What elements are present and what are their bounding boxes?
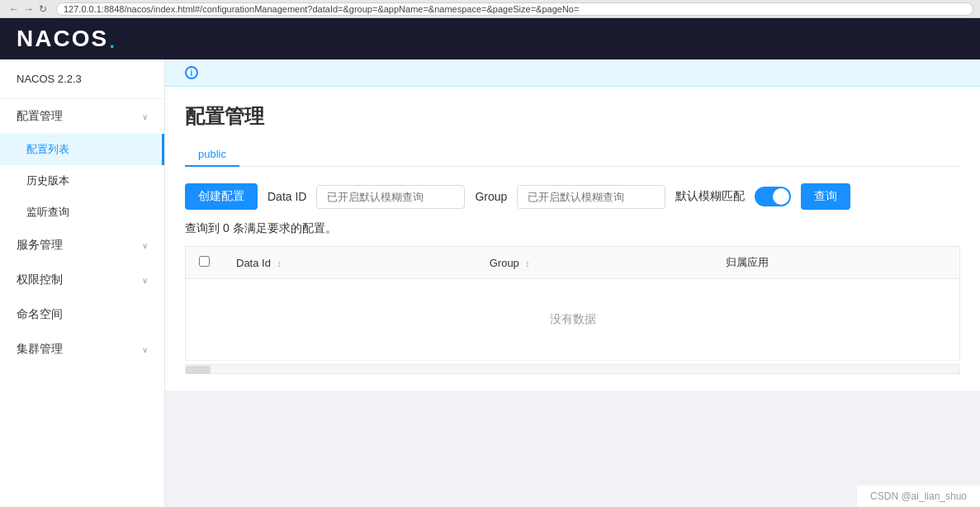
group-input[interactable]: [517, 185, 665, 209]
empty-text: 没有数据: [186, 279, 960, 361]
toolbar: 创建配置 Data ID Group 默认模糊匹配 查询: [185, 183, 960, 210]
top-navbar: NACOS .: [0, 18, 980, 59]
sidebar-item-label: 权限控制: [17, 272, 63, 287]
sidebar-item-label: 命名空间: [17, 307, 63, 322]
toggle-thumb: [773, 188, 789, 205]
sidebar-item-config-list[interactable]: 配置列表: [0, 134, 164, 165]
url-bar[interactable]: 127.0.0.1:8848/nacos/index.html#/configu…: [56, 2, 973, 16]
chevron-down-icon: ∨: [142, 345, 148, 354]
reload-button[interactable]: ↻: [36, 3, 50, 15]
sidebar-item-namespace[interactable]: 命名空间: [0, 297, 164, 332]
sidebar-item-listen-query[interactable]: 监听查询: [0, 197, 164, 228]
sidebar-item-label: 配置管理: [17, 109, 63, 124]
browser-bar: ← → ↻ 127.0.0.1:8848/nacos/index.html#/c…: [0, 0, 980, 18]
data-table: Data Id ↕ Group ↕ 归属应用 没有数据: [185, 246, 960, 361]
table-header-data-id: Data Id ↕: [223, 247, 476, 279]
logo-text: NACOS: [17, 26, 108, 52]
sort-icon: ↕: [525, 259, 529, 268]
select-all-checkbox[interactable]: [199, 256, 210, 267]
sidebar: NACOS 2.2.3 配置管理 ∨ 配置列表 历史版本 监听查询 服务管理 ∨…: [0, 59, 165, 507]
sidebar-version: NACOS 2.2.3: [0, 59, 164, 99]
logo: NACOS .: [17, 24, 116, 54]
sidebar-item-history[interactable]: 历史版本: [0, 165, 164, 197]
main-content: i 配置管理 public 创建配置 Data ID Group 默认模糊匹配: [165, 59, 980, 507]
sidebar-item-service-management[interactable]: 服务管理 ∨: [0, 228, 164, 263]
footer: CSDN @ai_lian_shuo: [857, 486, 980, 507]
info-banner: i: [165, 59, 980, 87]
data-id-label: Data ID: [267, 190, 306, 203]
sidebar-item-config-management[interactable]: 配置管理 ∨: [0, 99, 164, 134]
tab-public[interactable]: public: [185, 143, 239, 167]
sidebar-item-label: 服务管理: [17, 238, 63, 253]
create-config-button[interactable]: 创建配置: [185, 183, 258, 210]
sidebar-item-label: 集群管理: [17, 342, 63, 357]
logo-dot: .: [108, 24, 116, 54]
table-header-checkbox: [186, 247, 224, 279]
sidebar-item-access-control[interactable]: 权限控制 ∨: [0, 263, 164, 297]
group-label: Group: [475, 190, 507, 203]
table-header-group: Group ↕: [476, 247, 713, 279]
namespace-tabs: public: [185, 143, 960, 167]
toggle-track: [755, 187, 791, 206]
chevron-down-icon: ∨: [142, 241, 148, 250]
back-button[interactable]: ←: [7, 3, 21, 15]
scroll-thumb: [186, 366, 211, 374]
result-count: 查询到 0 条满足要求的配置。: [185, 221, 960, 236]
table-empty-row: 没有数据: [186, 279, 960, 361]
chevron-down-icon: ∨: [142, 276, 148, 285]
fuzzy-match-label: 默认模糊匹配: [675, 189, 745, 204]
fuzzy-match-toggle[interactable]: [755, 187, 791, 206]
table-header-app: 归属应用: [713, 247, 960, 279]
page-title: 配置管理: [185, 103, 960, 130]
forward-button[interactable]: →: [21, 3, 36, 15]
sort-icon: ↕: [277, 259, 282, 268]
data-id-input[interactable]: [316, 185, 465, 209]
info-icon: i: [185, 66, 198, 79]
sidebar-item-cluster-management[interactable]: 集群管理 ∨: [0, 332, 164, 367]
query-button[interactable]: 查询: [801, 183, 850, 210]
chevron-down-icon: ∨: [142, 112, 148, 121]
content-area: 配置管理 public 创建配置 Data ID Group 默认模糊匹配 查询: [165, 87, 980, 391]
footer-text: CSDN @ai_lian_shuo: [870, 490, 967, 502]
horizontal-scrollbar[interactable]: [185, 364, 960, 374]
